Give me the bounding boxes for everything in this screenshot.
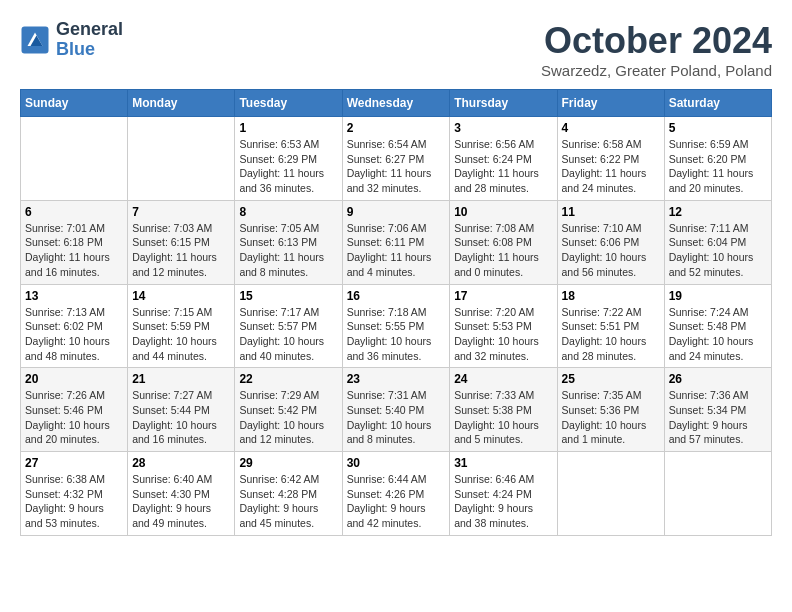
day-info: Sunrise: 7:20 AM Sunset: 5:53 PM Dayligh… bbox=[454, 305, 552, 364]
page-header: General Blue October 2024 Swarzedz, Grea… bbox=[20, 20, 772, 79]
day-info: Sunrise: 7:31 AM Sunset: 5:40 PM Dayligh… bbox=[347, 388, 446, 447]
calendar-week-5: 27Sunrise: 6:38 AM Sunset: 4:32 PM Dayli… bbox=[21, 452, 772, 536]
day-info: Sunrise: 7:29 AM Sunset: 5:42 PM Dayligh… bbox=[239, 388, 337, 447]
calendar-cell: 7Sunrise: 7:03 AM Sunset: 6:15 PM Daylig… bbox=[128, 200, 235, 284]
day-number: 3 bbox=[454, 121, 552, 135]
day-number: 18 bbox=[562, 289, 660, 303]
calendar-cell: 4Sunrise: 6:58 AM Sunset: 6:22 PM Daylig… bbox=[557, 117, 664, 201]
calendar-cell: 26Sunrise: 7:36 AM Sunset: 5:34 PM Dayli… bbox=[664, 368, 771, 452]
day-number: 20 bbox=[25, 372, 123, 386]
day-number: 27 bbox=[25, 456, 123, 470]
day-info: Sunrise: 6:46 AM Sunset: 4:24 PM Dayligh… bbox=[454, 472, 552, 531]
title-area: October 2024 Swarzedz, Greater Poland, P… bbox=[541, 20, 772, 79]
calendar-cell: 9Sunrise: 7:06 AM Sunset: 6:11 PM Daylig… bbox=[342, 200, 450, 284]
calendar-cell: 30Sunrise: 6:44 AM Sunset: 4:26 PM Dayli… bbox=[342, 452, 450, 536]
weekday-header-friday: Friday bbox=[557, 90, 664, 117]
calendar-cell: 21Sunrise: 7:27 AM Sunset: 5:44 PM Dayli… bbox=[128, 368, 235, 452]
calendar-cell: 25Sunrise: 7:35 AM Sunset: 5:36 PM Dayli… bbox=[557, 368, 664, 452]
day-number: 2 bbox=[347, 121, 446, 135]
day-number: 7 bbox=[132, 205, 230, 219]
day-info: Sunrise: 6:40 AM Sunset: 4:30 PM Dayligh… bbox=[132, 472, 230, 531]
logo-text: General Blue bbox=[56, 20, 123, 60]
weekday-header-row: SundayMondayTuesdayWednesdayThursdayFrid… bbox=[21, 90, 772, 117]
day-info: Sunrise: 6:54 AM Sunset: 6:27 PM Dayligh… bbox=[347, 137, 446, 196]
day-info: Sunrise: 7:18 AM Sunset: 5:55 PM Dayligh… bbox=[347, 305, 446, 364]
calendar-cell bbox=[557, 452, 664, 536]
calendar-cell: 17Sunrise: 7:20 AM Sunset: 5:53 PM Dayli… bbox=[450, 284, 557, 368]
calendar-week-4: 20Sunrise: 7:26 AM Sunset: 5:46 PM Dayli… bbox=[21, 368, 772, 452]
calendar-cell: 27Sunrise: 6:38 AM Sunset: 4:32 PM Dayli… bbox=[21, 452, 128, 536]
day-number: 21 bbox=[132, 372, 230, 386]
calendar-cell: 24Sunrise: 7:33 AM Sunset: 5:38 PM Dayli… bbox=[450, 368, 557, 452]
day-info: Sunrise: 7:33 AM Sunset: 5:38 PM Dayligh… bbox=[454, 388, 552, 447]
calendar-cell: 16Sunrise: 7:18 AM Sunset: 5:55 PM Dayli… bbox=[342, 284, 450, 368]
weekday-header-tuesday: Tuesday bbox=[235, 90, 342, 117]
day-info: Sunrise: 7:06 AM Sunset: 6:11 PM Dayligh… bbox=[347, 221, 446, 280]
day-info: Sunrise: 6:58 AM Sunset: 6:22 PM Dayligh… bbox=[562, 137, 660, 196]
calendar-cell: 5Sunrise: 6:59 AM Sunset: 6:20 PM Daylig… bbox=[664, 117, 771, 201]
day-info: Sunrise: 6:38 AM Sunset: 4:32 PM Dayligh… bbox=[25, 472, 123, 531]
calendar-cell: 28Sunrise: 6:40 AM Sunset: 4:30 PM Dayli… bbox=[128, 452, 235, 536]
calendar-cell: 18Sunrise: 7:22 AM Sunset: 5:51 PM Dayli… bbox=[557, 284, 664, 368]
weekday-header-wednesday: Wednesday bbox=[342, 90, 450, 117]
day-info: Sunrise: 6:53 AM Sunset: 6:29 PM Dayligh… bbox=[239, 137, 337, 196]
calendar-table: SundayMondayTuesdayWednesdayThursdayFrid… bbox=[20, 89, 772, 536]
day-number: 8 bbox=[239, 205, 337, 219]
logo-general: General bbox=[56, 20, 123, 40]
calendar-cell: 23Sunrise: 7:31 AM Sunset: 5:40 PM Dayli… bbox=[342, 368, 450, 452]
day-number: 6 bbox=[25, 205, 123, 219]
day-info: Sunrise: 7:24 AM Sunset: 5:48 PM Dayligh… bbox=[669, 305, 767, 364]
calendar-cell bbox=[21, 117, 128, 201]
day-number: 10 bbox=[454, 205, 552, 219]
day-number: 25 bbox=[562, 372, 660, 386]
day-info: Sunrise: 7:36 AM Sunset: 5:34 PM Dayligh… bbox=[669, 388, 767, 447]
logo-blue: Blue bbox=[56, 40, 123, 60]
day-info: Sunrise: 6:59 AM Sunset: 6:20 PM Dayligh… bbox=[669, 137, 767, 196]
day-info: Sunrise: 7:03 AM Sunset: 6:15 PM Dayligh… bbox=[132, 221, 230, 280]
day-number: 1 bbox=[239, 121, 337, 135]
day-number: 30 bbox=[347, 456, 446, 470]
day-number: 23 bbox=[347, 372, 446, 386]
month-title: October 2024 bbox=[541, 20, 772, 62]
day-number: 4 bbox=[562, 121, 660, 135]
weekday-header-sunday: Sunday bbox=[21, 90, 128, 117]
calendar-cell: 3Sunrise: 6:56 AM Sunset: 6:24 PM Daylig… bbox=[450, 117, 557, 201]
calendar-week-3: 13Sunrise: 7:13 AM Sunset: 6:02 PM Dayli… bbox=[21, 284, 772, 368]
day-number: 22 bbox=[239, 372, 337, 386]
day-number: 26 bbox=[669, 372, 767, 386]
calendar-cell: 12Sunrise: 7:11 AM Sunset: 6:04 PM Dayli… bbox=[664, 200, 771, 284]
day-info: Sunrise: 7:11 AM Sunset: 6:04 PM Dayligh… bbox=[669, 221, 767, 280]
day-number: 28 bbox=[132, 456, 230, 470]
day-info: Sunrise: 7:22 AM Sunset: 5:51 PM Dayligh… bbox=[562, 305, 660, 364]
day-number: 14 bbox=[132, 289, 230, 303]
calendar-cell: 8Sunrise: 7:05 AM Sunset: 6:13 PM Daylig… bbox=[235, 200, 342, 284]
day-number: 12 bbox=[669, 205, 767, 219]
day-info: Sunrise: 7:35 AM Sunset: 5:36 PM Dayligh… bbox=[562, 388, 660, 447]
calendar-cell bbox=[664, 452, 771, 536]
day-info: Sunrise: 6:44 AM Sunset: 4:26 PM Dayligh… bbox=[347, 472, 446, 531]
calendar-cell: 20Sunrise: 7:26 AM Sunset: 5:46 PM Dayli… bbox=[21, 368, 128, 452]
calendar-week-2: 6Sunrise: 7:01 AM Sunset: 6:18 PM Daylig… bbox=[21, 200, 772, 284]
calendar-cell: 29Sunrise: 6:42 AM Sunset: 4:28 PM Dayli… bbox=[235, 452, 342, 536]
weekday-header-thursday: Thursday bbox=[450, 90, 557, 117]
day-info: Sunrise: 6:42 AM Sunset: 4:28 PM Dayligh… bbox=[239, 472, 337, 531]
day-number: 17 bbox=[454, 289, 552, 303]
weekday-header-monday: Monday bbox=[128, 90, 235, 117]
day-info: Sunrise: 6:56 AM Sunset: 6:24 PM Dayligh… bbox=[454, 137, 552, 196]
calendar-cell: 14Sunrise: 7:15 AM Sunset: 5:59 PM Dayli… bbox=[128, 284, 235, 368]
day-info: Sunrise: 7:08 AM Sunset: 6:08 PM Dayligh… bbox=[454, 221, 552, 280]
day-number: 9 bbox=[347, 205, 446, 219]
day-info: Sunrise: 7:17 AM Sunset: 5:57 PM Dayligh… bbox=[239, 305, 337, 364]
calendar-cell: 10Sunrise: 7:08 AM Sunset: 6:08 PM Dayli… bbox=[450, 200, 557, 284]
day-info: Sunrise: 7:05 AM Sunset: 6:13 PM Dayligh… bbox=[239, 221, 337, 280]
day-number: 11 bbox=[562, 205, 660, 219]
location: Swarzedz, Greater Poland, Poland bbox=[541, 62, 772, 79]
day-info: Sunrise: 7:26 AM Sunset: 5:46 PM Dayligh… bbox=[25, 388, 123, 447]
day-number: 24 bbox=[454, 372, 552, 386]
day-number: 15 bbox=[239, 289, 337, 303]
calendar-cell bbox=[128, 117, 235, 201]
day-number: 29 bbox=[239, 456, 337, 470]
day-number: 31 bbox=[454, 456, 552, 470]
day-info: Sunrise: 7:15 AM Sunset: 5:59 PM Dayligh… bbox=[132, 305, 230, 364]
day-info: Sunrise: 7:01 AM Sunset: 6:18 PM Dayligh… bbox=[25, 221, 123, 280]
